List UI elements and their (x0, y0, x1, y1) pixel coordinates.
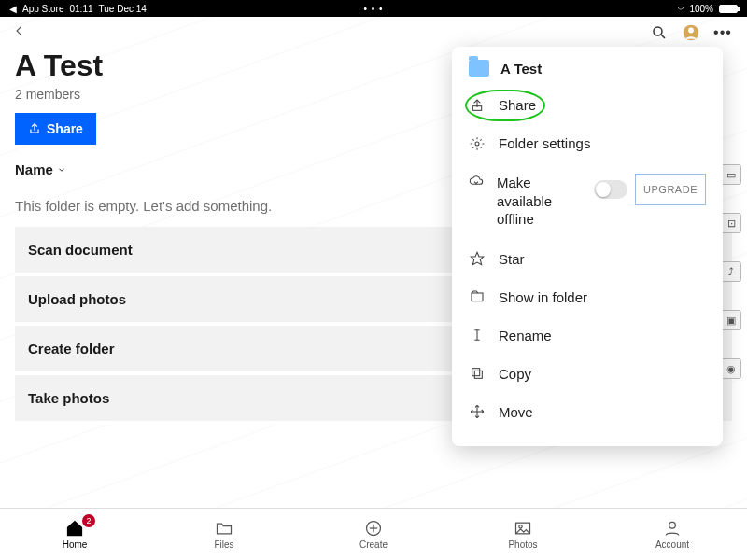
menu-item-label: Rename (499, 328, 552, 343)
upgrade-button[interactable]: UPGRADE (635, 174, 706, 205)
svg-rect-9 (474, 371, 482, 378)
menu-item-label: Make available offline (497, 174, 581, 229)
back-app-label[interactable]: App Store (22, 4, 63, 14)
folder-icon (469, 60, 489, 77)
menu-item-label: Copy (499, 366, 531, 382)
quick-upload-icon[interactable]: ⤴ (721, 261, 741, 282)
svg-rect-4 (472, 105, 481, 110)
menu-item-offline[interactable]: Make available offline UPGRADE (452, 162, 723, 240)
gear-icon (469, 136, 486, 151)
top-toolbar: ••• (0, 17, 747, 49)
cloud-sync-icon (469, 174, 484, 189)
chevron-down-icon (57, 165, 66, 175)
copy-icon (469, 366, 486, 381)
home-icon (65, 519, 84, 538)
tab-label: Home (63, 539, 88, 550)
photo-icon (514, 519, 532, 538)
multitask-dots-icon[interactable]: • • • (363, 4, 383, 14)
menu-item-copy[interactable]: Copy (452, 355, 723, 393)
menu-item-label: Share (499, 97, 536, 113)
back-button[interactable] (13, 24, 26, 41)
quick-scan-icon[interactable]: ⊡ (721, 213, 741, 233)
menu-item-label: Star (499, 251, 525, 267)
svg-marker-6 (471, 252, 483, 264)
side-quick-icons: ▭ ⊡ ⤴ ▣ ◉ (721, 164, 741, 379)
star-icon (469, 251, 486, 266)
svg-point-0 (654, 27, 662, 35)
status-bar: ◀ App Store 01:11 Tue Dec 14 • • • ⌔ 100… (0, 0, 747, 17)
svg-line-1 (661, 35, 665, 38)
view-toggle-icon[interactable]: ▭ (721, 164, 741, 185)
share-button-label: Share (47, 121, 83, 136)
folder-context-menu: A Test Share Folder settings Make availa… (452, 47, 723, 446)
wifi-icon: ⌔ (678, 4, 684, 14)
plus-circle-icon (364, 519, 383, 538)
menu-item-label: Folder settings (499, 135, 590, 151)
quick-folder-icon[interactable]: ▣ (721, 310, 741, 330)
tab-label: Account (655, 539, 689, 550)
search-button[interactable] (648, 21, 670, 44)
sort-label: Name (15, 161, 53, 177)
offline-toggle[interactable] (594, 180, 627, 199)
move-icon (469, 404, 486, 419)
tab-label: Create (359, 539, 388, 550)
tab-home[interactable]: Home 2 (0, 509, 149, 560)
folder-open-icon (469, 289, 486, 304)
svg-point-15 (519, 525, 522, 528)
tab-label: Photos (508, 539, 537, 550)
account-avatar[interactable] (680, 21, 702, 44)
status-date: Tue Dec 14 (99, 4, 147, 14)
files-icon (215, 519, 233, 538)
menu-item-label: Move (499, 404, 533, 420)
svg-rect-7 (472, 293, 483, 301)
share-icon (469, 98, 486, 113)
menu-item-rename[interactable]: Rename (452, 316, 723, 355)
menu-item-share[interactable]: Share (452, 86, 723, 124)
quick-camera-icon[interactable]: ◉ (721, 358, 741, 379)
menu-item-star[interactable]: Star (452, 240, 723, 278)
tab-create[interactable]: Create (299, 509, 448, 560)
tab-photos[interactable]: Photos (448, 509, 598, 560)
svg-point-5 (475, 142, 479, 146)
menu-item-label: Show in folder (499, 289, 587, 305)
account-icon (663, 519, 682, 538)
status-time: 01:11 (69, 4, 92, 14)
svg-rect-10 (472, 369, 480, 376)
tab-files[interactable]: Files (149, 509, 299, 560)
menu-title: A Test (500, 61, 542, 77)
menu-item-move[interactable]: Move (452, 393, 723, 431)
text-cursor-icon (469, 328, 486, 343)
tab-label: Files (214, 539, 233, 550)
more-button[interactable]: ••• (712, 21, 734, 44)
tab-account[interactable]: Account (598, 509, 747, 560)
svg-point-3 (688, 28, 694, 34)
menu-item-show-in-folder[interactable]: Show in folder (452, 278, 723, 316)
menu-item-folder-settings[interactable]: Folder settings (452, 124, 723, 162)
bottom-tab-bar: Home 2 Files Create Photos Account (0, 508, 747, 560)
back-caret[interactable]: ◀ (9, 4, 17, 14)
battery-pct: 100% (689, 4, 713, 14)
share-button[interactable]: Share (15, 113, 96, 145)
svg-point-16 (669, 522, 676, 528)
battery-icon (719, 5, 738, 13)
tab-home-badge: 2 (82, 514, 95, 527)
